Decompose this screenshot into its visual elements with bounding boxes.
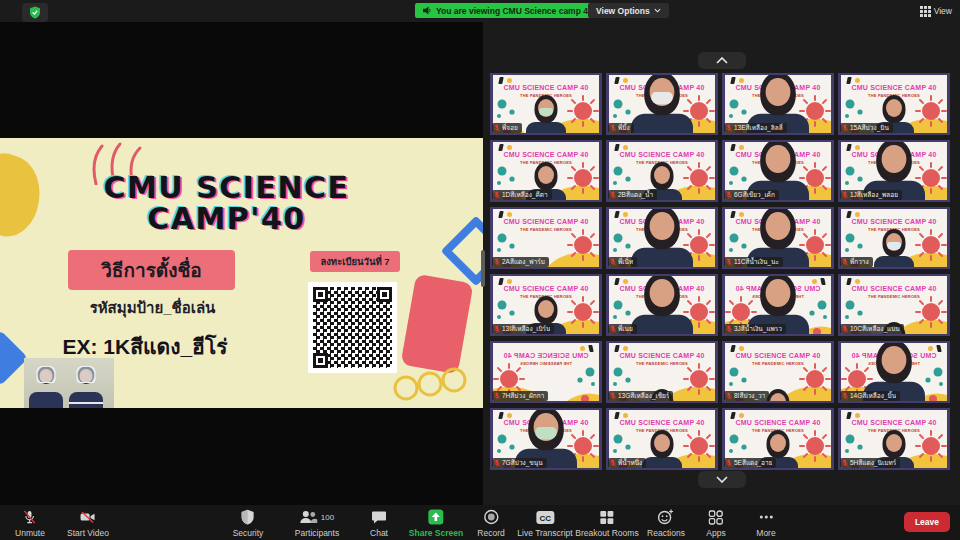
participant-name: พี่น้ำหนึ่ง bbox=[618, 458, 642, 468]
next-gallery-page-button[interactable] bbox=[698, 471, 746, 488]
mic-muted-icon bbox=[494, 325, 500, 333]
participant-name: 5Hสีแดง_นิเมทร์ bbox=[850, 458, 896, 468]
view-options-button[interactable]: View Options bbox=[588, 3, 669, 18]
participant-tile[interactable]: CMU SCIENCE CAMP 40 THE PANDEMIC HEROES … bbox=[838, 341, 950, 403]
participant-person bbox=[628, 209, 696, 267]
participant-tile[interactable]: CMU SCIENCE CAMP 40 THE PANDEMIC HEROES … bbox=[722, 140, 834, 202]
participant-name-label: 15Aสีม่วง_มิน bbox=[840, 123, 893, 133]
participant-name: 7Hสีม่วง_ผักกา bbox=[502, 391, 544, 401]
tile-bg-camp-title: CMU SCIENCE CAMP 40 bbox=[493, 151, 599, 158]
meeting-info-shield-button[interactable] bbox=[22, 3, 48, 22]
chat-label: Chat bbox=[370, 528, 388, 538]
share-screen-button[interactable]: Share Screen bbox=[409, 509, 463, 538]
participant-name-label: 13Iสีเหลือง_เบิร์น bbox=[492, 324, 554, 334]
participant-tile[interactable]: CMU SCIENCE CAMP 40 THE PANDEMIC HEROES … bbox=[606, 140, 718, 202]
mic-muted-icon bbox=[22, 509, 37, 525]
participant-tile[interactable]: CMU SCIENCE CAMP 40 THE PANDEMIC HEROES … bbox=[722, 341, 834, 403]
more-button[interactable]: More bbox=[756, 509, 775, 538]
participant-person bbox=[628, 276, 696, 334]
mic-muted-icon bbox=[610, 191, 616, 199]
camp-logo-dot-icon bbox=[507, 78, 512, 83]
start-video-button[interactable]: Start Video bbox=[67, 509, 109, 538]
participant-name-label: 8Iสีม่วง_วา bbox=[724, 391, 769, 401]
leave-button[interactable]: Leave bbox=[904, 512, 950, 532]
red-square-decoration bbox=[400, 274, 473, 375]
camp-logo-dot-icon bbox=[739, 346, 744, 351]
tile-bg-camp-title: CMU SCIENCE CAMP 40 bbox=[725, 419, 831, 426]
participant-tile[interactable]: CMU SCIENCE CAMP 40 THE PANDEMIC HEROES … bbox=[722, 274, 834, 336]
participant-tile[interactable]: CMU SCIENCE CAMP 40 THE PANDEMIC HEROES … bbox=[490, 140, 602, 202]
participant-tile[interactable]: CMU SCIENCE CAMP 40 THE PANDEMIC HEROES … bbox=[722, 408, 834, 470]
participant-name-label: พี่เนย bbox=[608, 324, 637, 334]
camp-logo-dot-icon bbox=[812, 279, 817, 284]
participant-tile[interactable]: CMU SCIENCE CAMP 40 THE PANDEMIC HEROES … bbox=[490, 274, 602, 336]
security-shield-icon bbox=[241, 509, 255, 525]
participant-tile[interactable]: CMU SCIENCE CAMP 40 THE PANDEMIC HEROES … bbox=[838, 140, 950, 202]
chevron-down-icon bbox=[654, 8, 661, 13]
security-label: Security bbox=[233, 528, 264, 538]
chat-button[interactable]: Chat bbox=[370, 509, 388, 538]
participant-name: 8Iสีม่วง_วา bbox=[734, 391, 765, 401]
tile-bg-camp-title: CMU SCIENCE CAMP 40 bbox=[609, 151, 715, 158]
gallery-scrollbar[interactable] bbox=[481, 250, 485, 287]
chevron-up-icon bbox=[716, 57, 728, 64]
tile-bg-camp-title: CMU SCIENCE CAMP 40 bbox=[841, 84, 947, 91]
live-transcript-button[interactable]: CC Live Transcript bbox=[517, 509, 572, 538]
view-layout-button[interactable]: View bbox=[920, 3, 952, 19]
collapse-gallery-button[interactable] bbox=[698, 52, 746, 69]
apps-button[interactable]: Apps bbox=[706, 509, 725, 538]
tile-bg-camp-subtitle: THE PANDEMIC HEROES bbox=[841, 294, 947, 299]
participant-name: 15Aสีม่วง_มิน bbox=[850, 123, 889, 133]
participant-tile[interactable]: CMU SCIENCE CAMP 40 THE PANDEMIC HEROES … bbox=[838, 73, 950, 135]
register-note: ลงทะเบียนวันที่ 7 bbox=[320, 254, 389, 269]
participant-tile[interactable]: CMU SCIENCE CAMP 40 THE PANDEMIC HEROES … bbox=[490, 341, 602, 403]
svg-text:CC: CC bbox=[539, 514, 551, 523]
participant-name: พี่จอย bbox=[502, 123, 518, 133]
participant-name-label: พี่จอย bbox=[492, 123, 522, 133]
tile-bg-camp-title: CMU SCIENCE CAMP 40 bbox=[493, 218, 599, 225]
participant-name-label: 11Cสีน้ำเงิน_นะ bbox=[724, 257, 783, 267]
participant-tile[interactable]: CMU SCIENCE CAMP 40 THE PANDEMIC HEROES … bbox=[490, 408, 602, 470]
participant-tile[interactable]: CMU SCIENCE CAMP 40 THE PANDEMIC HEROES … bbox=[606, 408, 718, 470]
participants-icon bbox=[300, 509, 318, 525]
mic-muted-icon bbox=[610, 258, 616, 266]
participant-tile[interactable]: CMU SCIENCE CAMP 40 THE PANDEMIC HEROES … bbox=[606, 274, 718, 336]
participant-name: 7Gสีม่วง_ขนุน bbox=[502, 458, 543, 468]
participant-tile[interactable]: CMU SCIENCE CAMP 40 THE PANDEMIC HEROES … bbox=[606, 73, 718, 135]
participant-name-label: 13Gสีเหลือง_เชียร์ bbox=[608, 391, 673, 401]
mic-muted-icon bbox=[842, 191, 848, 199]
participant-tile[interactable]: CMU SCIENCE CAMP 40 THE PANDEMIC HEROES … bbox=[606, 341, 718, 403]
camp-logo-dot-icon bbox=[855, 78, 860, 83]
participant-tile[interactable]: CMU SCIENCE CAMP 40 THE PANDEMIC HEROES … bbox=[838, 408, 950, 470]
more-label: More bbox=[756, 528, 775, 538]
participants-button[interactable]: 100 Participants bbox=[295, 509, 339, 538]
speaker-icon bbox=[423, 6, 432, 15]
participant-tile[interactable]: CMU SCIENCE CAMP 40 THE PANDEMIC HEROES … bbox=[838, 274, 950, 336]
participant-tile[interactable]: CMU SCIENCE CAMP 40 THE PANDEMIC HEROES … bbox=[838, 207, 950, 269]
view-options-label: View Options bbox=[596, 6, 650, 16]
unmute-button[interactable]: Unmute bbox=[15, 509, 45, 538]
camp-logo-dot-icon bbox=[855, 212, 860, 217]
slide-title-line1: CMU SCIENCE bbox=[0, 172, 453, 203]
reactions-button[interactable]: Reactions bbox=[647, 509, 685, 538]
security-button[interactable]: Security bbox=[233, 509, 264, 538]
record-button[interactable]: Record bbox=[477, 509, 504, 538]
apps-label: Apps bbox=[706, 528, 725, 538]
camp-logo-dot-icon bbox=[507, 279, 512, 284]
participant-tile[interactable]: CMU SCIENCE CAMP 40 THE PANDEMIC HEROES … bbox=[490, 73, 602, 135]
participant-tile[interactable]: CMU SCIENCE CAMP 40 THE PANDEMIC HEROES … bbox=[722, 207, 834, 269]
mic-muted-icon bbox=[610, 124, 616, 132]
reactions-smiley-icon bbox=[658, 509, 675, 525]
mic-muted-icon bbox=[494, 258, 500, 266]
breakout-rooms-button[interactable]: Breakout Rooms bbox=[575, 509, 638, 538]
participant-tile[interactable]: CMU SCIENCE CAMP 40 THE PANDEMIC HEROES … bbox=[722, 73, 834, 135]
presenters-webcam bbox=[24, 358, 114, 408]
participant-name: 6Gสีเขียว_เค้ก bbox=[734, 190, 775, 200]
participants-label: Participants bbox=[295, 528, 339, 538]
participant-name-label: 3Jสีน้ำเงิน_แพรว bbox=[724, 324, 786, 334]
mic-muted-icon bbox=[610, 392, 616, 400]
tile-bg-camp-title: CMU SCIENCE CAMP 40 bbox=[841, 285, 947, 292]
participant-tile[interactable]: CMU SCIENCE CAMP 40 THE PANDEMIC HEROES … bbox=[606, 207, 718, 269]
closed-captions-icon: CC bbox=[535, 510, 555, 525]
participant-tile[interactable]: CMU SCIENCE CAMP 40 THE PANDEMIC HEROES … bbox=[490, 207, 602, 269]
